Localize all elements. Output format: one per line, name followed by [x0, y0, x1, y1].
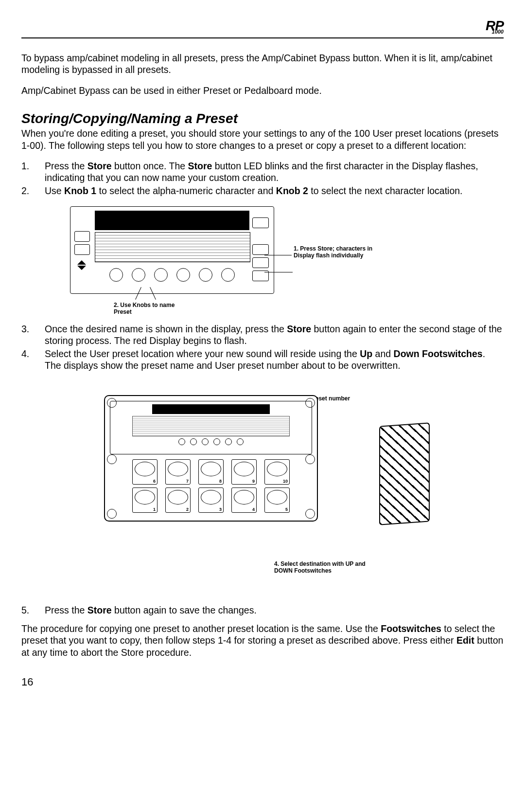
device-full-illustration: 6 7 8 9 10 1 2 3 4 5	[104, 395, 376, 531]
steps-list-b: 3. Once the desired name is shown in the…	[21, 323, 504, 372]
parameter-matrix	[95, 232, 250, 262]
knob-5	[199, 268, 212, 282]
display-screen	[95, 211, 249, 230]
bolt-icon	[305, 509, 315, 519]
figure-2: 3. Press Store again; Preset number flas…	[89, 395, 459, 599]
down-arrow-icon	[77, 266, 86, 270]
bolt-icon	[107, 454, 117, 464]
stomp-loop-button	[74, 231, 90, 242]
callout-2: 2. Use Knobs to name Preset	[114, 302, 182, 316]
display-screen	[152, 404, 269, 414]
parameter-matrix	[132, 416, 290, 436]
bolt-icon	[107, 398, 117, 408]
footswitch-row-bottom: 1 2 3 4 5	[110, 487, 312, 513]
callout-line	[264, 255, 292, 255]
figure-1: 1. Press Store; characters in Display fl…	[70, 206, 381, 318]
step-text: Press the Store button again to save the…	[45, 604, 504, 616]
up-arrow-icon	[77, 260, 86, 265]
callout-1: 1. Press Store; characters in Display fl…	[294, 245, 381, 259]
intro-paragraph-2: Amp/Cabinet Bypass can be used in either…	[21, 85, 504, 96]
callout-line	[264, 272, 293, 272]
device-panel-illustration	[70, 206, 274, 294]
step-number: 2.	[21, 185, 45, 197]
step-3: 3. Once the desired name is shown in the…	[21, 323, 504, 347]
knob-4	[176, 268, 190, 282]
knob	[237, 438, 244, 445]
knob	[213, 438, 220, 445]
knob-row	[113, 438, 309, 445]
footswitch-2: 2	[165, 487, 191, 513]
page-number: 16	[21, 676, 504, 688]
knob-2	[132, 268, 145, 282]
knob-6	[221, 268, 235, 282]
footswitch-5: 5	[264, 487, 290, 513]
knob-1	[109, 268, 123, 282]
step-text: Press the Store button once. The Store b…	[45, 160, 504, 184]
page-header: RP 1000	[21, 19, 504, 38]
step-5: 5. Press the Store button again to save …	[21, 604, 504, 616]
footswitch-3: 3	[198, 487, 224, 513]
knob	[202, 438, 209, 445]
footswitch-4: 4	[231, 487, 257, 513]
footswitch-1: 1	[132, 487, 158, 513]
knob	[225, 438, 232, 445]
steps-list-c: 5. Press the Store button again to save …	[21, 604, 504, 616]
knob	[190, 438, 197, 445]
footswitch-row-top: 6 7 8 9 10	[110, 459, 312, 485]
step-number: 3.	[21, 323, 45, 347]
knob-3	[154, 268, 168, 282]
step-text: Once the desired name is shown in the di…	[45, 323, 504, 347]
bypass-button	[252, 244, 269, 255]
footswitch-6: 6	[132, 459, 158, 485]
pedalboard-body: 6 7 8 9 10 1 2 3 4 5	[104, 395, 318, 522]
step-number: 5.	[21, 604, 45, 616]
looper-button	[252, 217, 269, 228]
step-4: 4. Select the User preset location where…	[21, 348, 504, 372]
step-text: Use Knob 1 to select the alpha-numeric c…	[45, 185, 504, 197]
step-number: 4.	[21, 348, 45, 372]
knob-row	[95, 268, 249, 282]
footswitch-8: 8	[198, 459, 224, 485]
step-2: 2. Use Knob 1 to select the alpha-numeri…	[21, 185, 504, 197]
footswitch-10: 10	[264, 459, 290, 485]
product-logo: RP 1000	[486, 19, 504, 35]
knob	[178, 438, 185, 445]
bolt-icon	[305, 398, 315, 408]
footswitch-9: 9	[231, 459, 257, 485]
closing-paragraph: The procedure for copying one preset to …	[21, 623, 504, 658]
section-heading: Storing/Copying/Naming a Preset	[21, 111, 504, 126]
footswitch-7: 7	[165, 459, 191, 485]
bolt-icon	[305, 454, 315, 464]
steps-list-a: 1. Press the Store button once. The Stor…	[21, 160, 504, 197]
step-text: Select the User preset location where yo…	[45, 348, 504, 372]
section-intro: When you're done editing a preset, you s…	[21, 127, 504, 151]
top-panel	[110, 401, 312, 454]
step-number: 1.	[21, 160, 45, 184]
edit-arrows	[74, 260, 89, 270]
step-1: 1. Press the Store button once. The Stor…	[21, 160, 504, 184]
callout-4: 4. Select destination with UP and DOWN F…	[274, 560, 371, 575]
pedalboard-button	[252, 257, 269, 268]
intro-paragraph-1: To bypass amp/cabinet modeling in all pr…	[21, 52, 504, 76]
amp-cab-bypass-button	[74, 244, 90, 255]
expression-pedal	[379, 422, 430, 525]
bolt-icon	[107, 509, 117, 519]
